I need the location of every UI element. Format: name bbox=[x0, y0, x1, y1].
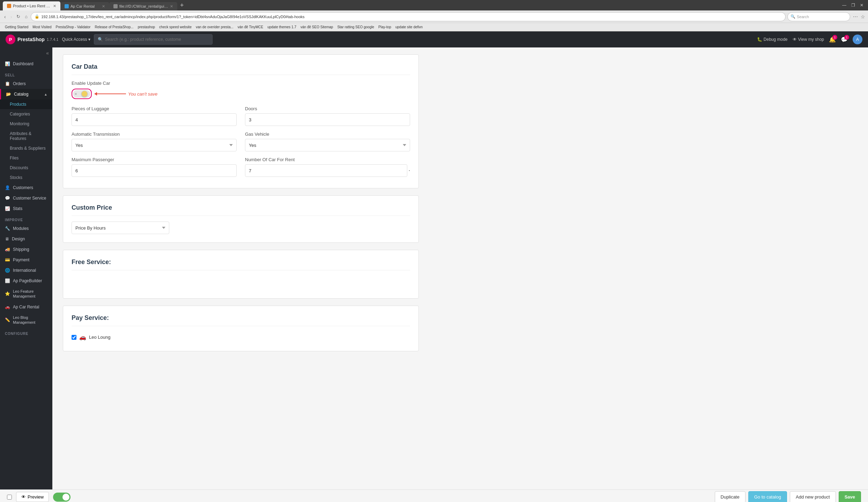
luggage-input[interactable] bbox=[72, 113, 237, 126]
transmission-select[interactable]: Yes No bbox=[72, 139, 237, 151]
minimize-button[interactable]: — bbox=[840, 2, 848, 8]
sidebar-sub-stocks[interactable]: Stocks bbox=[0, 173, 52, 182]
ps-version: 1.7.4.1 bbox=[47, 37, 59, 42]
tab2-close[interactable]: ✕ bbox=[102, 4, 105, 9]
action-buttons: Duplicate Go to catalog Add new product … bbox=[715, 491, 861, 502]
bookmark-release[interactable]: Release of PrestaShop... bbox=[92, 24, 135, 30]
view-shop-btn[interactable]: 👁 View my shop bbox=[793, 37, 824, 42]
sidebar-item-modules[interactable]: 🔧 Modules bbox=[0, 223, 52, 234]
sidebar-sub-brands[interactable]: Brands & Suppliers bbox=[0, 143, 52, 153]
bookmark-most-visited[interactable]: Most Visited bbox=[30, 24, 53, 30]
sidebar-item-orders[interactable]: 📋 Orders bbox=[0, 78, 52, 89]
browser-tab-1[interactable]: Product • Leo Rent Car ✕ bbox=[3, 1, 60, 10]
bookmark-play-top[interactable]: Play-top bbox=[376, 24, 393, 30]
browser-search-placeholder: Search bbox=[797, 15, 809, 19]
doors-input[interactable] bbox=[245, 113, 410, 126]
sidebar-toggle[interactable]: « bbox=[0, 47, 52, 59]
sidebar-sub-files[interactable]: Files bbox=[0, 153, 52, 163]
new-tab-button[interactable]: + bbox=[177, 2, 187, 9]
notifications-btn[interactable]: 🔔 1 bbox=[829, 36, 836, 43]
add-new-product-button[interactable]: Add new product bbox=[790, 491, 836, 502]
home-button[interactable]: ⌂ bbox=[23, 14, 29, 19]
tab3-close[interactable]: ✕ bbox=[170, 4, 173, 9]
toggle-annotation-container: ✕ You can't save bbox=[72, 89, 410, 99]
restore-button[interactable]: ❐ bbox=[850, 2, 857, 8]
sidebar-item-customer-service[interactable]: 💬 Customer Service bbox=[0, 193, 52, 203]
url-input[interactable]: 🔒 192.168.1.43/prestashop_17/dev/leo_ren… bbox=[31, 12, 786, 21]
transmission-label: Automatic Transmission bbox=[72, 132, 237, 137]
catalog-icon: 📂 bbox=[6, 92, 11, 97]
sidebar-sub-products[interactable]: Products bbox=[0, 99, 52, 109]
bookmark-update-themes[interactable]: update themes 1.7 bbox=[265, 24, 298, 30]
debug-mode-btn[interactable]: 🐛 Debug mode bbox=[757, 37, 788, 42]
user-avatar[interactable]: A bbox=[853, 35, 862, 44]
messages-btn[interactable]: 💬 1 bbox=[841, 36, 848, 43]
sidebar-sub-attributes[interactable]: Attributes & Features bbox=[0, 129, 52, 143]
sidebar-item-catalog[interactable]: 📂 Catalog ▲ bbox=[0, 89, 52, 99]
sidebar-item-ap-car-rental[interactable]: 🚗 Ap Car Rental bbox=[0, 302, 52, 312]
gas-vehicle-select[interactable]: Yes No bbox=[245, 139, 410, 151]
reload-button[interactable]: ↻ bbox=[15, 14, 22, 19]
view-shop-label: View my shop bbox=[798, 37, 824, 42]
passenger-label: Maximum Passenger bbox=[72, 157, 237, 162]
sidebar-item-dashboard[interactable]: 📊 Dashboard bbox=[0, 59, 52, 69]
ps-search-input[interactable] bbox=[105, 37, 209, 42]
bookmark-update-site[interactable]: update site defivn bbox=[393, 24, 425, 30]
sidebar-sub-categories[interactable]: Categories bbox=[0, 109, 52, 119]
sidebar-item-international[interactable]: 🌐 International bbox=[0, 265, 52, 276]
select-all-checkbox[interactable] bbox=[7, 495, 12, 500]
bookmark-check-speed[interactable]: check speed website bbox=[157, 24, 194, 30]
bookmark-prestashop[interactable]: prestashop bbox=[136, 24, 157, 30]
toggle-x-icon: ✕ bbox=[74, 92, 77, 96]
close-button[interactable]: ✕ bbox=[858, 2, 865, 8]
debug-icon: 🐛 bbox=[757, 37, 762, 42]
extensions-icon[interactable]: ⋯ bbox=[852, 14, 859, 20]
sidebar-item-customers[interactable]: 👤 Customers bbox=[0, 182, 52, 193]
browser-search-bar[interactable]: 🔍 Search bbox=[787, 12, 850, 21]
sidebar-sub-monitoring[interactable]: Monitoring bbox=[0, 119, 52, 129]
tab1-close[interactable]: ✕ bbox=[53, 4, 56, 8]
sidebar-item-ap-pagebuilder[interactable]: ⬜ Ap PageBuilder bbox=[0, 276, 52, 286]
blog-icon: ✏️ bbox=[5, 317, 10, 322]
browser-tab-3[interactable]: file:///D:/CW/car_rental/guide/ap... ✕ bbox=[109, 2, 177, 10]
debug-mode-label: Debug mode bbox=[764, 37, 788, 42]
tab3-favicon bbox=[113, 4, 118, 8]
passenger-cars-row: Maximum Passenger Number Of Car For Rent… bbox=[72, 157, 410, 177]
sidebar-item-leo-blog[interactable]: ✏️ Leo Blog Management bbox=[0, 312, 52, 328]
ps-search-icon: 🔍 bbox=[98, 37, 103, 42]
sidebar-item-shipping[interactable]: 🚚 Shipping bbox=[0, 244, 52, 255]
sidebar-item-stats[interactable]: 📈 Stats bbox=[0, 203, 52, 214]
browser-chrome: Product • Leo Rent Car ✕ Ap Car Rental ✕… bbox=[0, 0, 868, 10]
bookmark-icon[interactable]: ☆ bbox=[861, 14, 865, 20]
car-data-title: Car Data bbox=[72, 63, 410, 75]
passenger-input[interactable] bbox=[72, 164, 237, 177]
price-type-select[interactable]: Price By Hours Price By Day Price By Wee… bbox=[72, 222, 169, 234]
num-cars-input[interactable] bbox=[245, 164, 407, 177]
bookmark-getting-started[interactable]: Getting Started bbox=[3, 24, 30, 30]
bookmark-seo-sitemap[interactable]: ván đê SEO Sitemap bbox=[298, 24, 335, 30]
online-toggle[interactable] bbox=[53, 493, 71, 502]
bookmark-prestashop-validator[interactable]: PrestaShop - Validator bbox=[54, 24, 93, 30]
sidebar-item-leo-feature[interactable]: ⭐ Leo Feature Management bbox=[0, 286, 52, 302]
duplicate-button[interactable]: Duplicate bbox=[715, 491, 745, 502]
bookmark-overider[interactable]: van de overider presta... bbox=[194, 24, 236, 30]
enable-update-car-group: Enable Update Car ✕ bbox=[72, 81, 410, 99]
quick-access-menu[interactable]: Quick Access ▾ bbox=[62, 37, 90, 42]
browser-tab-2[interactable]: Ap Car Rental ✕ bbox=[60, 2, 109, 10]
forward-button[interactable]: › bbox=[9, 14, 14, 20]
preview-button[interactable]: 👁 Preview bbox=[16, 492, 49, 502]
ps-logo[interactable]: P PrestaShop 1.7.4.1 bbox=[6, 35, 58, 44]
save-button[interactable]: Save bbox=[839, 491, 861, 502]
sidebar-item-payment[interactable]: 💳 Payment bbox=[0, 255, 52, 265]
address-bar: ‹ › ↻ ⌂ 🔒 192.168.1.43/prestashop_17/dev… bbox=[0, 10, 868, 23]
bookmark-tinymce[interactable]: ván đê TinyMCE bbox=[236, 24, 265, 30]
gas-vehicle-label: Gas Vehicle bbox=[245, 132, 410, 137]
bookmark-star-ratting[interactable]: Star ratting SEO google bbox=[335, 24, 376, 30]
pay-service-checkbox[interactable] bbox=[72, 335, 76, 340]
sidebar-item-design[interactable]: 🖥 Design bbox=[0, 234, 52, 244]
toggle-switch[interactable]: ✕ bbox=[73, 90, 90, 98]
sidebar-sub-discounts[interactable]: Discounts bbox=[0, 163, 52, 173]
dashboard-icon: 📊 bbox=[5, 61, 10, 66]
go-to-catalog-button[interactable]: Go to catalog bbox=[748, 491, 787, 502]
back-button[interactable]: ‹ bbox=[3, 14, 7, 20]
